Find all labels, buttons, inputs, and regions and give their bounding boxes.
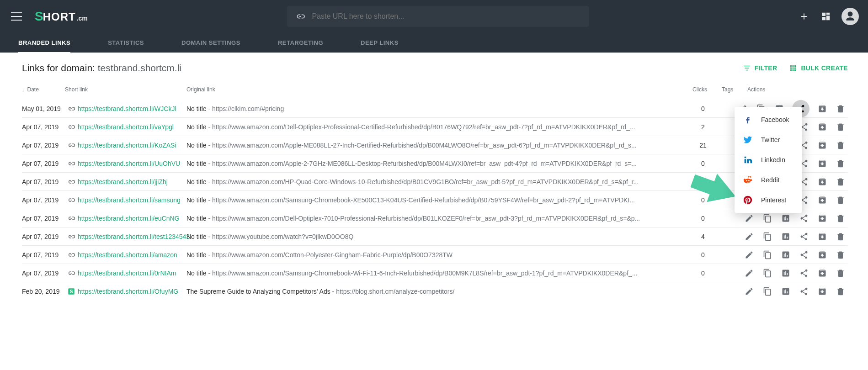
share-reddit[interactable]: Reddit — [735, 170, 802, 190]
short-link[interactable]: https://testbrand.shortcm.li/euCnNG — [78, 215, 186, 222]
delete-icon[interactable] — [835, 195, 846, 206]
tab-deep-links[interactable]: DEEP LINKS — [361, 33, 399, 53]
add-icon[interactable] — [798, 10, 810, 23]
tab-domain-settings[interactable]: DOMAIN SETTINGS — [181, 33, 240, 53]
row-date: Apr 07, 2019 — [22, 123, 65, 131]
tab-branded-links[interactable]: BRANDED LINKS — [18, 33, 70, 53]
link-icon — [65, 251, 78, 259]
table-row: Apr 07, 2019 https://testbrand.shortcm.l… — [22, 136, 848, 154]
facebook-icon — [743, 115, 753, 125]
copy-icon[interactable] — [762, 249, 773, 260]
copy-icon[interactable] — [762, 268, 773, 279]
bulk-create-button[interactable]: BULK CREATE — [789, 64, 848, 72]
row-actions — [731, 231, 848, 242]
row-date: Apr 07, 2019 — [22, 160, 65, 167]
edit-icon[interactable] — [744, 213, 755, 224]
row-date: Apr 07, 2019 — [22, 251, 65, 259]
delete-icon[interactable] — [835, 140, 846, 151]
archive-icon[interactable] — [817, 140, 828, 151]
dashboard-icon[interactable] — [820, 10, 832, 23]
original-link: No title - https://www.amazon.com/Apple-… — [186, 142, 689, 149]
archive-icon[interactable] — [817, 213, 828, 224]
user-avatar[interactable] — [841, 8, 859, 25]
delete-icon[interactable] — [835, 249, 846, 260]
short-link[interactable]: https://testbrand.shortcm.li/test1234543 — [78, 233, 186, 240]
short-link[interactable]: https://testbrand.shortcm.li/amazon — [78, 251, 186, 259]
link-icon — [65, 196, 78, 204]
stats-icon[interactable] — [780, 213, 791, 224]
menu-icon[interactable] — [11, 12, 22, 21]
delete-icon[interactable] — [835, 213, 846, 224]
tab-statistics[interactable]: STATISTICS — [108, 33, 144, 53]
stats-icon[interactable] — [780, 268, 791, 279]
clicks-count: 4 — [689, 233, 717, 240]
table-row: Apr 07, 2019 https://testbrand.shortcm.l… — [22, 209, 848, 227]
share-linkedin[interactable]: LinkedIn — [735, 150, 802, 170]
short-link[interactable]: https://testbrand.shortcm.li/KoZASi — [78, 142, 186, 149]
share-icon[interactable] — [799, 286, 809, 297]
edit-icon[interactable] — [744, 231, 755, 242]
tab-retargeting[interactable]: RETARGETING — [278, 33, 323, 53]
archive-icon[interactable] — [817, 249, 828, 260]
row-date: Apr 07, 2019 — [22, 270, 65, 277]
short-link[interactable]: https://testbrand.shortcm.li/jjiZhj — [78, 178, 186, 185]
col-actions: Actions — [747, 86, 848, 93]
delete-icon[interactable] — [835, 158, 846, 169]
clicks-count: 0 — [689, 270, 717, 277]
table-body: May 01, 2019 https://testbrand.shortcm.l… — [22, 100, 848, 301]
copy-icon[interactable] — [762, 231, 773, 242]
original-link: No title - https://www.amazon.com/Samsun… — [186, 270, 689, 277]
share-icon[interactable] — [799, 213, 809, 224]
col-short: Short link — [65, 86, 186, 93]
share-menu: FacebookTwitterLinkedInRedditPinterest — [735, 107, 802, 213]
url-input-container[interactable] — [287, 6, 589, 27]
delete-icon[interactable] — [835, 268, 846, 279]
delete-icon[interactable] — [835, 286, 846, 297]
copy-icon[interactable] — [762, 286, 773, 297]
short-link[interactable]: https://testbrand.shortcm.li/OfuyMG — [78, 288, 186, 295]
delete-icon[interactable] — [835, 176, 846, 187]
delete-icon[interactable] — [835, 231, 846, 242]
row-actions — [731, 213, 848, 224]
archive-icon[interactable] — [817, 286, 828, 297]
edit-icon[interactable] — [744, 268, 755, 279]
delete-icon[interactable] — [835, 122, 846, 132]
short-link[interactable]: https://testbrand.shortcm.li/UuOhVU — [78, 160, 186, 167]
copy-icon[interactable] — [762, 213, 773, 224]
archive-icon[interactable] — [817, 231, 828, 242]
archive-icon[interactable] — [817, 158, 828, 169]
edit-icon[interactable] — [744, 249, 755, 260]
row-date: Apr 07, 2019 — [22, 142, 65, 149]
share-icon[interactable] — [799, 231, 809, 242]
archive-icon[interactable] — [817, 268, 828, 279]
col-date[interactable]: ↓Date — [22, 86, 65, 93]
row-actions — [731, 286, 848, 297]
stats-icon[interactable] — [780, 249, 791, 260]
link-icon — [65, 159, 78, 168]
table-row: Feb 20, 2019 S https://testbrand.shortcm… — [22, 282, 848, 301]
filter-button[interactable]: FILTER — [743, 64, 777, 72]
table-row: May 01, 2019 https://testbrand.shortcm.l… — [22, 100, 848, 118]
share-twitter[interactable]: Twitter — [735, 130, 802, 150]
share-facebook[interactable]: Facebook — [735, 110, 802, 130]
url-input[interactable] — [312, 12, 580, 21]
row-date: Apr 07, 2019 — [22, 233, 65, 240]
share-icon[interactable] — [799, 268, 809, 279]
delete-icon[interactable] — [835, 103, 846, 114]
link-icon — [65, 214, 78, 222]
link-icon — [65, 233, 78, 241]
archive-icon[interactable] — [817, 195, 828, 206]
short-link[interactable]: https://testbrand.shortcm.li/samsung — [78, 196, 186, 204]
archive-icon[interactable] — [817, 103, 828, 114]
stats-icon[interactable] — [780, 286, 791, 297]
archive-icon[interactable] — [817, 122, 828, 132]
short-link[interactable]: https://testbrand.shortcm.li/0rNIAm — [78, 270, 186, 277]
short-link[interactable]: https://testbrand.shortcm.li/WJCkJl — [78, 105, 186, 112]
share-pinterest[interactable]: Pinterest — [735, 190, 802, 210]
archive-icon[interactable] — [817, 176, 828, 187]
short-link[interactable]: https://testbrand.shortcm.li/vaYpgl — [78, 123, 186, 131]
edit-icon[interactable] — [744, 286, 755, 297]
share-icon[interactable] — [799, 249, 809, 260]
logo[interactable]: SHORT.cm — [35, 9, 88, 24]
stats-icon[interactable] — [780, 231, 791, 242]
